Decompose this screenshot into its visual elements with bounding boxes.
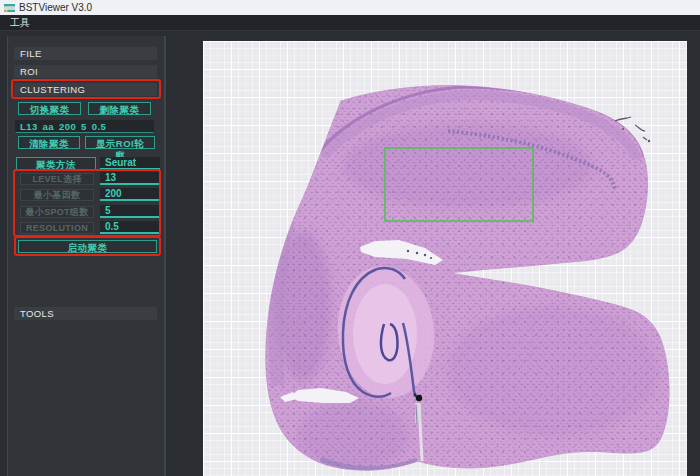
switch-cluster-button[interactable]: 切换聚类 — [18, 102, 81, 115]
window-title: BSTViewer V3.0 — [19, 2, 92, 13]
min-gene-count-value[interactable]: 200 — [100, 188, 159, 201]
sidebar-section-clustering[interactable]: CLUSTERING — [14, 83, 157, 96]
app-window: BSTViewer V3.0 工具 FILE ROI CLUSTERING 切换… — [0, 0, 700, 476]
level-select-value[interactable]: 13 — [100, 172, 159, 185]
sidebar-section-tools[interactable]: TOOLS — [14, 307, 157, 320]
min-spot-group-value[interactable]: 5 — [100, 205, 159, 218]
tissue-canvas — [203, 41, 687, 476]
tissue-detail — [203, 41, 687, 476]
slide-viewer[interactable] — [203, 41, 687, 476]
clear-cluster-button[interactable]: 清除聚类 — [18, 136, 80, 149]
show-roi-outline-button[interactable]: 显示ROI轮廓 — [85, 136, 155, 149]
sidebar-panel: FILE ROI CLUSTERING 切换聚类 删除聚类 L13 aa 200… — [7, 36, 166, 476]
cluster-method-button[interactable]: 聚类方法 — [16, 157, 96, 170]
sidebar-section-roi[interactable]: ROI — [14, 65, 157, 78]
min-gene-count-label: 最小基因数 — [20, 189, 94, 201]
titlebar: BSTViewer V3.0 — [0, 0, 700, 15]
level-select-label: LEVEL选择 — [20, 173, 94, 185]
min-spot-group-label: 最小SPOT组数 — [20, 206, 94, 218]
delete-cluster-button[interactable]: 删除聚类 — [88, 102, 151, 115]
menubar: 工具 — [0, 15, 700, 31]
menu-tools[interactable]: 工具 — [0, 16, 40, 30]
resolution-label: RESOLUTION — [20, 222, 94, 234]
sidebar-section-file[interactable]: FILE — [14, 47, 157, 60]
resolution-value[interactable]: 0.5 — [100, 221, 159, 234]
app-icon — [4, 3, 15, 13]
cluster-method-value[interactable]: Seurat — [100, 157, 160, 170]
run-clustering-button[interactable]: 启动聚类 — [18, 240, 157, 253]
cluster-id-field[interactable]: L13 aa 200 5 0.5 — [15, 120, 154, 133]
